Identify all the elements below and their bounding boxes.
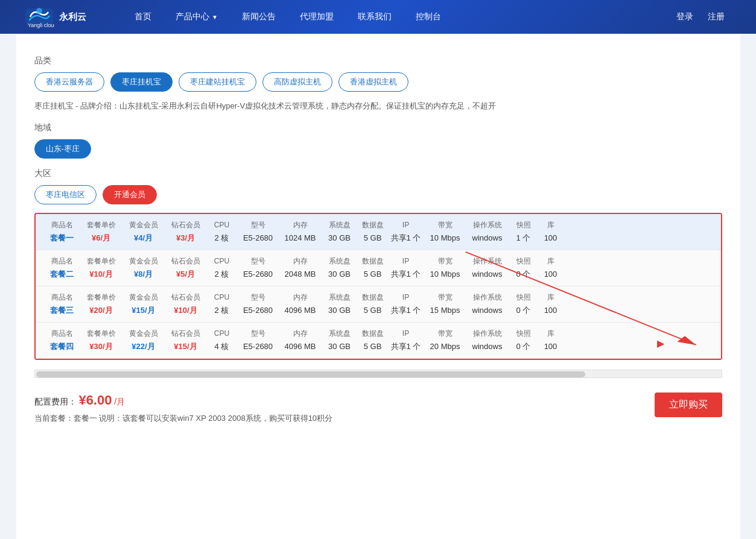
row3-cpu: 2 核	[207, 305, 237, 316]
row1-mem: 1024 MB	[279, 233, 322, 242]
col-header-model: 型号	[237, 220, 279, 230]
col-header-name-2: 商品名	[44, 256, 80, 266]
btn-zone-telecom[interactable]: 枣庄电信区	[34, 185, 97, 204]
col-header-diamond-2: 钻石会员	[165, 256, 207, 266]
row3-mem: 4096 MB	[279, 306, 322, 315]
col-header-sys-3: 系统盘	[322, 292, 358, 303]
logo-icon: Yangli cloud	[24, 5, 54, 29]
col-header-diamond-3: 钻石会员	[165, 292, 207, 303]
row1-gold: ¥4/月	[122, 233, 165, 244]
row3-ip: 共享1 个	[388, 305, 424, 316]
col-header-sys-4: 系统盘	[322, 329, 358, 339]
col-header-cpu-4: CPU	[207, 329, 237, 338]
col-header-diamond-4: 钻石会员	[165, 329, 207, 339]
btn-zz-site[interactable]: 枣庄建站挂机宝	[179, 72, 256, 92]
category-label: 品类	[34, 55, 722, 66]
product-description: 枣庄挂机宝 - 品牌介绍：山东挂机宝-采用永利云自研Hyper-V虚拟化技术云管…	[34, 100, 722, 113]
config-fee-unit: /月	[114, 397, 125, 406]
btn-region-zz[interactable]: 山东-枣庄	[34, 139, 91, 159]
product-row-3[interactable]: 商品名 套餐单价 黄金会员 钻石会员 CPU 型号 内存 系统盘 数据盘 IP …	[36, 286, 721, 323]
svg-text:Yangli cloud: Yangli cloud	[28, 22, 54, 28]
col-header-snap-4: 快照	[509, 329, 539, 339]
nav-agent[interactable]: 代理加盟	[288, 0, 346, 34]
col-header-price-3: 套餐单价	[80, 292, 122, 303]
nav-right: 登录 注册	[669, 0, 732, 34]
col-header-bw: 带宽	[424, 220, 466, 230]
row3-snap: 0 个	[509, 305, 539, 316]
row4-gold: ¥22/月	[122, 341, 165, 352]
horizontal-scrollbar[interactable]	[34, 370, 722, 378]
btn-hk-vm[interactable]: 香港虚拟主机	[338, 72, 408, 92]
btn-firewall-vm[interactable]: 高防虚拟主机	[262, 72, 332, 92]
row3-bw: 15 Mbps	[424, 306, 466, 315]
row1-sys: 30 GB	[322, 233, 358, 242]
col-header-sys-2: 系统盘	[322, 256, 358, 266]
nav-console[interactable]: 控制台	[404, 0, 453, 34]
row2-cpu: 2 核	[207, 269, 237, 280]
row1-bw: 10 Mbps	[424, 233, 466, 242]
logo[interactable]: Yangli cloud 永利云	[24, 5, 86, 29]
nav-news[interactable]: 新闻公告	[230, 0, 288, 34]
row2-model: E5-2680	[237, 270, 279, 279]
config-fee-value: ¥6.00	[78, 392, 112, 408]
col-header-lib: 库	[539, 220, 563, 230]
row1-os: windows	[466, 233, 509, 242]
col-header-data: 数据盘	[358, 220, 388, 230]
nav-contact[interactable]: 联系我们	[346, 0, 404, 34]
col-header-data-4: 数据盘	[358, 329, 388, 339]
col-header-cpu-3: CPU	[207, 293, 237, 301]
col-header-cpu-2: CPU	[207, 257, 237, 265]
product-row-1[interactable]: 商品名 套餐单价 黄金会员 钻石会员 CPU 型号 内存 系统盘 数据盘 IP …	[36, 214, 721, 250]
row2-name: 套餐二	[44, 269, 80, 280]
product-table: 商品名 套餐单价 黄金会员 钻石会员 CPU 型号 内存 系统盘 数据盘 IP …	[34, 213, 722, 360]
col-header-name-3: 商品名	[44, 292, 80, 303]
row3-gold: ¥15/月	[122, 305, 165, 316]
row3-name: 套餐三	[44, 305, 80, 316]
col-header-sys: 系统盘	[322, 220, 358, 230]
col-header-os-3: 操作系统	[466, 292, 509, 303]
nav-menu: 首页 产品中心 ▼ 新闻公告 代理加盟 联系我们 控制台	[122, 0, 669, 34]
col-header-ip-3: IP	[388, 293, 424, 301]
header: Yangli cloud 永利云 首页 产品中心 ▼ 新闻公告 代理加盟 联系我…	[0, 0, 756, 34]
nav-login[interactable]: 登录	[669, 0, 700, 34]
nav-home[interactable]: 首页	[122, 0, 164, 34]
row4-bw: 20 Mbps	[424, 342, 466, 351]
col-header-os-2: 操作系统	[466, 256, 509, 266]
nav-register[interactable]: 注册	[700, 0, 732, 34]
col-header-ip: IP	[388, 221, 424, 229]
row4-ip: 共享1 个	[388, 341, 424, 352]
col-header-price-2: 套餐单价	[80, 256, 122, 266]
buy-button[interactable]: 立即购买	[655, 392, 722, 417]
btn-hk-server[interactable]: 香港云服务器	[34, 72, 104, 92]
btn-open-member[interactable]: 开通会员	[103, 185, 157, 204]
nav-products[interactable]: 产品中心 ▼	[164, 0, 230, 34]
config-fee-label: 配置费用：	[34, 397, 77, 406]
row1-diamond: ¥3/月	[165, 233, 207, 244]
col-header-ip-2: IP	[388, 257, 424, 265]
product-row-4[interactable]: 商品名 套餐单价 黄金会员 钻石会员 CPU 型号 内存 系统盘 数据盘 IP …	[36, 323, 721, 359]
row3-price: ¥20/月	[80, 305, 122, 316]
col-header-name-4: 商品名	[44, 329, 80, 339]
col-header-os: 操作系统	[466, 220, 509, 230]
config-fee-section: 配置费用： ¥6.00 /月 当前套餐：套餐一 说明：该套餐可以安装win7 X…	[34, 392, 333, 424]
row4-name: 套餐四	[44, 341, 80, 352]
region-label: 地域	[34, 122, 722, 133]
row2-os: windows	[466, 270, 509, 279]
row1-snap: 1 个	[509, 233, 539, 244]
col-header-bw-2: 带宽	[424, 256, 466, 266]
col-header-lib-2: 库	[539, 256, 563, 266]
row4-diamond: ¥15/月	[165, 341, 207, 352]
col-header-gold-3: 黄金会员	[122, 292, 165, 303]
row4-model: E5-2680	[237, 342, 279, 351]
btn-zz-hang[interactable]: 枣庄挂机宝	[110, 72, 173, 92]
col-header-mem-3: 内存	[279, 292, 322, 303]
row4-os: windows	[466, 342, 509, 351]
product-row-2[interactable]: 商品名 套餐单价 黄金会员 钻石会员 CPU 型号 内存 系统盘 数据盘 IP …	[36, 250, 721, 286]
row2-diamond: ¥5/月	[165, 269, 207, 280]
col-header-model-2: 型号	[237, 256, 279, 266]
row3-model: E5-2680	[237, 306, 279, 315]
chevron-down-icon: ▼	[212, 14, 218, 20]
row2-ip: 共享1 个	[388, 269, 424, 280]
row2-mem: 2048 MB	[279, 270, 322, 279]
col-header-price-4: 套餐单价	[80, 329, 122, 339]
